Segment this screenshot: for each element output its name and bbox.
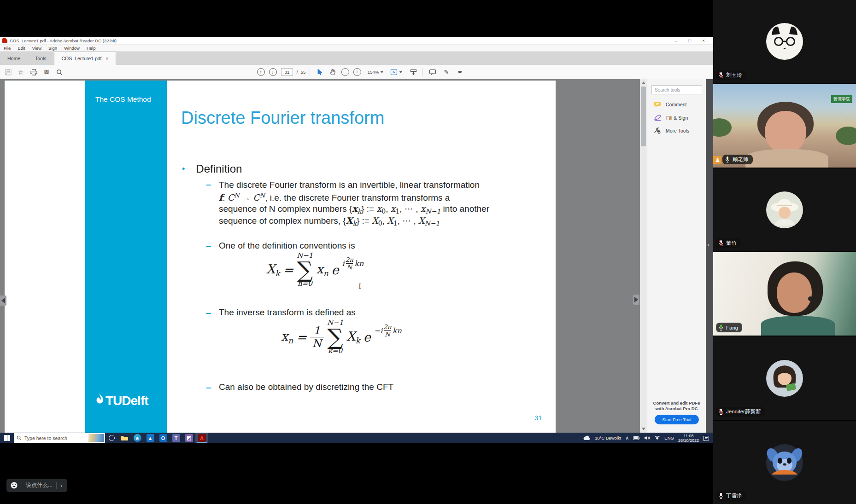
- participant-tile[interactable]: 董竹: [713, 168, 856, 252]
- close-button[interactable]: ×: [700, 38, 707, 43]
- arrow-left-icon: [1, 298, 5, 303]
- next-page-button[interactable]: ↓: [267, 65, 278, 79]
- participant-tile[interactable]: Jennifer薛新新: [713, 336, 856, 420]
- participant-name: 刘玉玲: [726, 72, 742, 79]
- print-button[interactable]: [29, 65, 39, 79]
- collapse-toolbar-icon: [410, 69, 417, 75]
- mic-on-icon: [725, 156, 730, 163]
- hidden-icons-chevron[interactable]: ∧: [625, 435, 629, 441]
- slide-page-number: 31: [534, 414, 542, 422]
- tab-home[interactable]: Home: [0, 52, 28, 65]
- tab-tools[interactable]: Tools: [28, 52, 54, 65]
- vertical-scrollbar[interactable]: [640, 79, 647, 433]
- outlook-button[interactable]: O: [157, 433, 170, 443]
- acrobat-taskbar-button[interactable]: A: [195, 433, 208, 443]
- start-button[interactable]: [0, 433, 14, 443]
- menu-sign[interactable]: Sign: [48, 46, 57, 51]
- document-area[interactable]: The COS Method TU Delft Discrete Fourier…: [0, 79, 647, 433]
- chat-collapse-chevron[interactable]: ‹: [60, 482, 62, 489]
- cortana-button[interactable]: [105, 433, 118, 443]
- toolbar-separator: [310, 68, 310, 76]
- participant-nametag: 董竹: [716, 238, 741, 248]
- teams-icon: T: [172, 434, 180, 442]
- notification-center-icon[interactable]: [703, 435, 709, 441]
- email-button[interactable]: ✉: [41, 65, 52, 79]
- zoom-in-button[interactable]: +: [352, 65, 363, 79]
- tools-panel: Comment Fill & Sign More Tools Convert a…: [647, 79, 706, 433]
- network-icon[interactable]: [654, 435, 660, 440]
- previous-page-button[interactable]: ↑: [255, 65, 266, 79]
- participant-tile[interactable]: Fang: [713, 252, 856, 336]
- page-display-dropdown[interactable]: [388, 65, 404, 79]
- flame-icon: [94, 394, 105, 407]
- menu-view[interactable]: View: [32, 46, 41, 51]
- taskbar-search-box[interactable]: Type here to search: [14, 433, 105, 443]
- taskbar-clock[interactable]: 11:08 26/10/2022: [678, 434, 699, 443]
- start-free-trial-button[interactable]: Start Free Trial: [655, 415, 699, 424]
- participant-tile[interactable]: 丁雪净: [713, 421, 856, 504]
- menu-edit[interactable]: Edit: [18, 46, 25, 51]
- acrobat-titlebar[interactable]: COS_Lecture1.pdf - Adobe Acrobat Reader …: [0, 37, 713, 45]
- purple-app-button[interactable]: ◩: [182, 433, 195, 443]
- maximize-button[interactable]: □: [686, 38, 693, 43]
- expand-panel-chevron[interactable]: ›: [707, 241, 709, 248]
- battery-icon[interactable]: [633, 436, 640, 440]
- weather-text[interactable]: 18°C Bewölkt: [595, 435, 621, 440]
- speaker-icon[interactable]: [644, 435, 650, 440]
- tab-close-icon[interactable]: ×: [106, 56, 109, 61]
- select-tool-button[interactable]: [314, 65, 325, 79]
- collapse-toolbar-button[interactable]: [407, 65, 419, 79]
- formula-exponent: i 2πN kn: [342, 256, 364, 271]
- emoji-smiley-icon[interactable]: [10, 481, 18, 489]
- comment-tool-button[interactable]: [427, 65, 439, 79]
- save-icon: [5, 69, 12, 75]
- teams-button[interactable]: T: [170, 433, 182, 443]
- tool-item-fill-sign[interactable]: Fill & Sign: [654, 114, 688, 121]
- participant-tile[interactable]: 刘玉玲: [713, 0, 856, 83]
- chevron-down-icon: [399, 71, 402, 73]
- next-page-edge-arrow[interactable]: [633, 295, 639, 305]
- purple-app-icon: ◩: [185, 434, 193, 442]
- formula-term: Xk: [346, 329, 360, 345]
- edge-button[interactable]: e: [131, 433, 144, 443]
- text-cursor-artifact: I: [358, 282, 361, 290]
- outlook-icon: O: [159, 434, 167, 442]
- inverse-dft-formula: xn = 1N N−1 ∑ k=0 Xk e −i: [281, 319, 402, 355]
- photos-app-button[interactable]: ▲: [144, 433, 157, 443]
- coefficient-fraction: 1N: [310, 324, 324, 349]
- search-highlight-image[interactable]: [88, 434, 104, 442]
- menu-help[interactable]: Help: [87, 46, 96, 51]
- participant-name: Jennifer薛新新: [726, 408, 761, 415]
- tool-item-comment[interactable]: Comment: [654, 101, 687, 108]
- tu-delft-logo: TU Delft: [94, 394, 148, 408]
- scrollbar-thumb[interactable]: [641, 87, 646, 146]
- menu-window[interactable]: Window: [64, 46, 80, 51]
- hand-tool-button[interactable]: [327, 65, 338, 79]
- system-tray: 18°C Bewölkt ∧ ENG 11:08 26/10/2022: [583, 434, 713, 443]
- participant-tile[interactable]: 管理学院 顾老师: [713, 84, 856, 168]
- convention-label: One of the definition conventions is: [219, 241, 355, 251]
- scroll-up-icon[interactable]: [642, 81, 645, 84]
- favorites-star-button[interactable]: ☆: [16, 65, 26, 79]
- tool-item-more-tools[interactable]: More Tools: [654, 127, 689, 134]
- save-button[interactable]: [4, 65, 13, 79]
- previous-page-edge-arrow[interactable]: [0, 295, 6, 306]
- find-button[interactable]: [54, 65, 64, 79]
- fill-sign-pen-icon: [654, 114, 662, 121]
- language-indicator[interactable]: ENG: [664, 435, 674, 440]
- page-number-input[interactable]: 31: [281, 65, 293, 79]
- file-explorer-button[interactable]: [118, 433, 131, 443]
- scroll-down-icon[interactable]: [642, 428, 645, 430]
- dash-bullet: –: [206, 307, 211, 318]
- chat-input-placeholder[interactable]: 说点什么...: [26, 481, 53, 489]
- pencil-tool-button[interactable]: ✎: [440, 65, 452, 79]
- minimize-button[interactable]: –: [673, 38, 679, 43]
- zoom-out-button[interactable]: −: [340, 65, 351, 79]
- sign-tool-button[interactable]: ✒: [454, 65, 466, 79]
- search-tools-input[interactable]: [651, 85, 702, 94]
- menu-file[interactable]: File: [4, 46, 11, 51]
- tab-document[interactable]: COS_Lecture1.pdf ×: [54, 52, 117, 65]
- meeting-chat-pill[interactable]: 说点什么... ‹: [6, 479, 67, 492]
- zoom-level-dropdown[interactable]: 154%: [365, 65, 386, 79]
- dash-bullet: –: [206, 382, 211, 393]
